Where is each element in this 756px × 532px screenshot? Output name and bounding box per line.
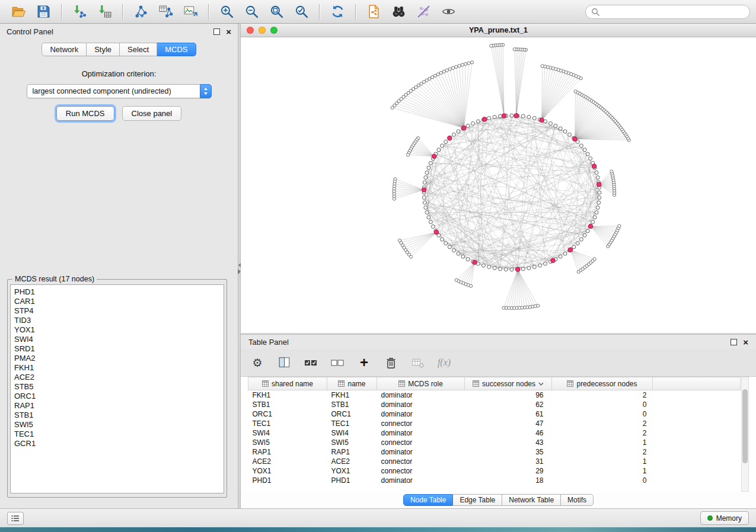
graph-node[interactable] — [521, 267, 525, 271]
graph-node[interactable] — [441, 144, 444, 148]
hide-network-button[interactable] — [414, 2, 433, 21]
function-builder-button[interactable]: f(x) — [437, 355, 451, 370]
mcds-result-item[interactable]: RAP1 — [14, 401, 224, 411]
graph-node[interactable] — [481, 264, 485, 267]
zoom-out-button[interactable] — [242, 2, 261, 21]
graph-node[interactable] — [538, 264, 542, 267]
graph-leaf-node[interactable] — [467, 62, 470, 65]
graph-node[interactable] — [427, 166, 430, 169]
graph-leaf-node[interactable] — [470, 61, 473, 64]
graph-node[interactable] — [591, 220, 595, 224]
network-canvas[interactable] — [241, 37, 756, 333]
graph-dominator-node[interactable] — [502, 114, 506, 118]
show-network-button[interactable] — [439, 2, 458, 21]
tab-select[interactable]: Select — [120, 43, 157, 56]
graph-node[interactable] — [441, 238, 444, 241]
mcds-result-item[interactable]: TEC1 — [14, 430, 224, 439]
mcds-result-item[interactable]: PMA2 — [14, 354, 224, 363]
graph-leaf-node[interactable] — [461, 63, 464, 66]
graph-node[interactable] — [572, 245, 576, 249]
graph-leaf-node[interactable] — [436, 73, 439, 76]
graph-node[interactable] — [427, 216, 430, 219]
table-row[interactable]: YOX1YOX1connector291 — [248, 466, 741, 476]
graph-node[interactable] — [510, 268, 513, 271]
graph-leaf-node[interactable] — [406, 153, 409, 156]
graph-leaf-node[interactable] — [442, 70, 445, 73]
graph-node[interactable] — [487, 265, 491, 269]
network-from-table-button[interactable] — [156, 2, 175, 21]
copy-document-button[interactable] — [364, 2, 383, 21]
search-network-button[interactable] — [389, 2, 408, 21]
graph-dominator-node[interactable] — [596, 182, 601, 187]
graph-node[interactable] — [596, 176, 599, 180]
graph-leaf-node[interactable] — [391, 106, 394, 109]
close-panel-icon[interactable]: × — [226, 27, 231, 36]
deselect-all-button[interactable] — [330, 355, 344, 370]
graph-dominator-node[interactable] — [483, 117, 487, 122]
graph-node[interactable] — [452, 249, 455, 252]
graph-node[interactable] — [448, 245, 451, 249]
graph-dominator-node[interactable] — [448, 136, 452, 140]
graph-node[interactable] — [423, 201, 426, 204]
graph-node[interactable] — [457, 130, 460, 133]
run-mcds-button[interactable]: Run MCDS — [56, 106, 114, 121]
graph-node[interactable] — [499, 114, 502, 118]
graph-leaf-node[interactable] — [470, 284, 473, 287]
refresh-view-button[interactable] — [328, 2, 347, 21]
tab-motifs[interactable]: Motifs — [561, 494, 594, 506]
mcds-result-item[interactable]: ORC1 — [14, 392, 224, 401]
graph-node[interactable] — [554, 124, 557, 127]
graph-node[interactable] — [593, 216, 596, 219]
mcds-result-item[interactable]: STB1 — [14, 411, 224, 420]
graph-node[interactable] — [457, 252, 460, 255]
graph-node[interactable] — [422, 196, 426, 200]
table-row[interactable]: RAP1RAP1dominator352 — [248, 447, 741, 457]
graph-leaf-node[interactable] — [618, 225, 621, 227]
table-row[interactable]: SWI5SWI5connector431 — [248, 438, 741, 447]
graph-node[interactable] — [544, 262, 547, 265]
graph-leaf-node[interactable] — [574, 90, 577, 93]
graph-node[interactable] — [598, 191, 601, 194]
graph-node[interactable] — [444, 140, 448, 143]
table-row[interactable]: ACE2ACE2connector311 — [248, 457, 741, 466]
column-header-mcds-role[interactable]: MCDS role — [377, 377, 465, 390]
column-header-name[interactable]: name — [327, 377, 377, 390]
graph-leaf-node[interactable] — [439, 71, 442, 74]
graph-node[interactable] — [466, 124, 470, 127]
graph-node[interactable] — [579, 144, 583, 148]
graph-node[interactable] — [493, 267, 496, 270]
graph-node[interactable] — [596, 206, 599, 209]
panel-menu-button[interactable] — [7, 512, 24, 525]
graph-dominator-node[interactable] — [473, 260, 477, 265]
graph-node[interactable] — [576, 242, 579, 245]
graph-leaf-node[interactable] — [490, 44, 493, 47]
graph-node[interactable] — [429, 220, 432, 224]
graph-node[interactable] — [583, 148, 586, 152]
graph-node[interactable] — [527, 116, 531, 119]
graph-node[interactable] — [549, 121, 553, 125]
window-minimize-button[interactable] — [259, 27, 266, 34]
graph-node[interactable] — [429, 161, 432, 165]
graph-dominator-node[interactable] — [573, 137, 578, 142]
graph-dominator-node[interactable] — [514, 113, 519, 118]
graph-node[interactable] — [589, 157, 592, 161]
table-scrollbar[interactable] — [741, 377, 749, 492]
tab-edge-table[interactable]: Edge Table — [453, 494, 502, 506]
mcds-result-item[interactable]: SWI4 — [14, 335, 224, 344]
new-network-button[interactable] — [131, 2, 150, 21]
table-row[interactable]: PHD1PHD1dominator180 — [248, 476, 741, 485]
zoom-selected-button[interactable] — [292, 2, 311, 21]
search-box[interactable] — [585, 5, 750, 19]
mcds-result-item[interactable]: YOX1 — [14, 325, 224, 335]
column-header-predecessor-nodes[interactable]: predecessor nodes — [552, 377, 653, 390]
graph-node[interactable] — [466, 258, 470, 261]
graph-node[interactable] — [586, 152, 589, 156]
zoom-fit-button[interactable] — [267, 2, 286, 21]
graph-leaf-node[interactable] — [458, 65, 461, 68]
graph-node[interactable] — [527, 267, 531, 270]
graph-node[interactable] — [563, 130, 567, 133]
graph-dominator-node[interactable] — [434, 230, 439, 235]
table-row[interactable]: TEC1TEC1connector472 — [248, 419, 741, 428]
graph-node[interactable] — [568, 133, 572, 136]
delete-column-button[interactable] — [384, 355, 398, 370]
